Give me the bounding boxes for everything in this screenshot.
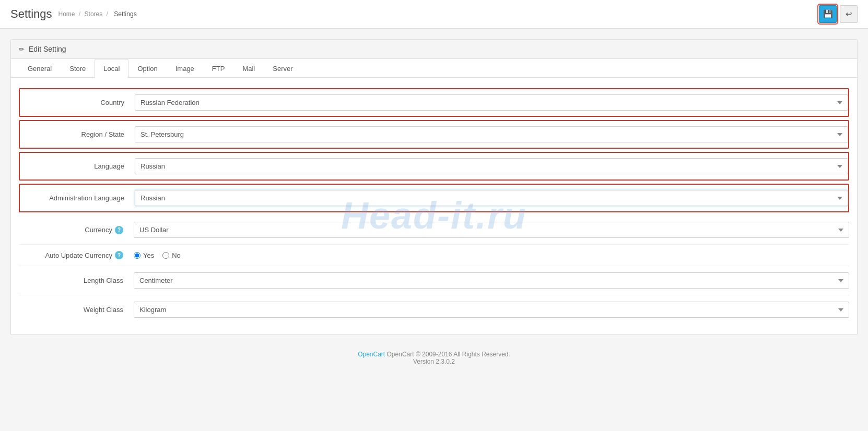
currency-select[interactable]: US Dollar	[134, 222, 849, 238]
currency-label: Currency ?	[19, 226, 134, 234]
tab-image[interactable]: Image	[167, 59, 203, 78]
currency-control: US Dollar	[134, 222, 849, 238]
weight-class-control: Kilogram	[134, 302, 849, 318]
tab-server[interactable]: Server	[264, 59, 301, 78]
auto-update-no-radio[interactable]	[162, 252, 169, 259]
tab-store[interactable]: Store	[61, 59, 95, 78]
panel-heading: ✏ Edit Setting	[11, 40, 857, 59]
country-label: Country	[20, 99, 135, 106]
footer-link[interactable]: OpenCart	[358, 351, 385, 358]
footer-version: Version 2.3.0.2	[26, 358, 842, 365]
region-label: Region / State	[20, 130, 135, 138]
language-row-wrapper: Language Russian	[19, 152, 849, 181]
length-class-select[interactable]: Centimeter	[134, 272, 849, 289]
footer: OpenCart OpenCart © 2009-2016 All Rights…	[10, 335, 858, 381]
auto-update-yes-label[interactable]: Yes	[134, 252, 154, 259]
auto-update-yes-radio[interactable]	[134, 252, 140, 259]
admin-language-row: Administration Language Russian	[20, 188, 848, 208]
breadcrumb: Home / Stores / Settings	[58, 10, 139, 18]
country-select[interactable]: Russian Federation	[135, 94, 848, 111]
language-control: Russian	[135, 158, 848, 174]
weight-class-row: Weight Class Kilogram	[19, 295, 849, 324]
tab-mail[interactable]: Mail	[233, 59, 264, 78]
page-header: Settings Home / Stores / Settings 💾 ↩	[0, 0, 868, 29]
country-row: Country Russian Federation	[20, 92, 848, 113]
header-left: Settings Home / Stores / Settings	[10, 7, 139, 21]
tab-option[interactable]: Option	[128, 59, 166, 78]
breadcrumb-current: Settings	[114, 10, 136, 18]
settings-panel: ✏ Edit Setting General Store Local Optio…	[10, 39, 858, 335]
save-button[interactable]: 💾	[819, 5, 837, 23]
breadcrumb-home[interactable]: Home	[58, 10, 75, 18]
currency-help-icon[interactable]: ?	[115, 226, 123, 234]
language-label: Language	[20, 162, 135, 170]
pencil-icon: ✏	[19, 45, 25, 53]
auto-update-row: Auto Update Currency ? Yes No	[19, 245, 849, 266]
language-row: Language Russian	[20, 156, 848, 176]
currency-row: Currency ? US Dollar	[19, 216, 849, 245]
admin-language-row-wrapper: Administration Language Russian	[19, 184, 849, 212]
length-class-control: Centimeter	[134, 272, 849, 289]
country-row-wrapper: Country Russian Federation	[19, 88, 849, 117]
page-title: Settings	[10, 7, 52, 21]
region-row-wrapper: Region / State St. Petersburg	[19, 120, 849, 149]
content-area: ✏ Edit Setting General Store Local Optio…	[0, 29, 868, 391]
region-row: Region / State St. Petersburg	[20, 124, 848, 145]
tab-general[interactable]: General	[19, 59, 61, 78]
region-select[interactable]: St. Petersburg	[135, 126, 848, 142]
auto-update-radio-group: Yes No	[134, 252, 849, 259]
auto-update-no-label[interactable]: No	[162, 252, 181, 259]
panel-title: Edit Setting	[29, 45, 66, 53]
length-class-label: Length Class	[19, 277, 134, 284]
form-area: Country Russian Federation Region / Stat…	[11, 78, 857, 334]
admin-language-select[interactable]: Russian	[135, 190, 848, 206]
auto-update-help-icon[interactable]: ?	[115, 251, 123, 259]
language-select[interactable]: Russian	[135, 158, 848, 174]
auto-update-label: Auto Update Currency ?	[19, 251, 134, 259]
tabs-wrapper: General Store Local Option Image FTP Mai…	[11, 59, 857, 78]
header-buttons: 💾 ↩	[819, 5, 858, 23]
tab-ftp[interactable]: FTP	[203, 59, 234, 78]
admin-language-label: Administration Language	[20, 194, 135, 202]
region-control: St. Petersburg	[135, 126, 848, 142]
tab-local[interactable]: Local	[95, 59, 128, 78]
back-button[interactable]: ↩	[840, 5, 858, 23]
weight-class-label: Weight Class	[19, 306, 134, 314]
breadcrumb-stores[interactable]: Stores	[85, 10, 103, 18]
auto-update-control: Yes No	[134, 252, 849, 259]
footer-copyright: OpenCart OpenCart © 2009-2016 All Rights…	[26, 351, 842, 358]
tabs: General Store Local Option Image FTP Mai…	[19, 59, 849, 77]
admin-language-control: Russian	[135, 190, 848, 206]
country-control: Russian Federation	[135, 94, 848, 111]
weight-class-select[interactable]: Kilogram	[134, 302, 849, 318]
length-class-row: Length Class Centimeter	[19, 266, 849, 295]
